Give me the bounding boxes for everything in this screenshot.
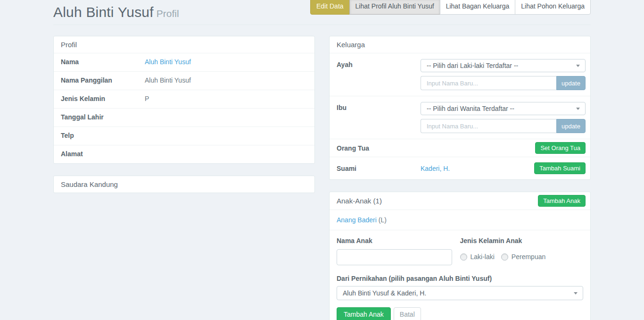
keluarga-panel-title: Keluarga (330, 36, 590, 53)
anak-anak-header: Anak-Anak (1) Tambah Anak (330, 192, 590, 210)
child-link[interactable]: Anang Baderi (337, 216, 377, 224)
radio-label: Perempuan (512, 253, 545, 261)
lihat-bagan-keluarga-button[interactable]: Lihat Bagan Keluarga (440, 0, 516, 15)
caret-down-icon (576, 65, 580, 67)
left-column: Profil Nama Aluh Binti Yusuf Nama Panggi… (53, 36, 315, 320)
suami-link[interactable]: Kaderi, H. (421, 165, 450, 172)
caret-down-icon (574, 292, 578, 295)
ibu-row: Ibu -- Pilih dari Wanita Terdaftar -- up… (330, 96, 590, 139)
set-orang-tua-button[interactable]: Set Orang Tua (535, 142, 586, 154)
nama-anak-label: Nama Anak (337, 237, 460, 244)
ibu-input-group: update (421, 119, 586, 133)
lihat-profil-button[interactable]: Lihat Profil Aluh Binti Yusuf (349, 0, 440, 15)
row-label: Jenis Kelamin (61, 95, 145, 102)
edit-data-button[interactable]: Edit Data (310, 0, 350, 15)
profil-panel: Profil Nama Aluh Binti Yusuf Nama Panggi… (53, 36, 315, 164)
ayah-new-name-input[interactable] (421, 76, 556, 90)
saudara-kandung-panel: Saudara Kandung (53, 176, 315, 193)
radio-option-perempuan[interactable]: Perempuan (501, 253, 545, 261)
radio-button-icon[interactable] (501, 253, 508, 261)
profil-row-nama: Nama Aluh Binti Yusuf (54, 53, 314, 71)
page-header: Aluh Binti YusufProfil Edit Data Lihat P… (53, 0, 591, 25)
profil-row-alamat: Alamat (54, 145, 314, 163)
row-label: Alamat (61, 150, 145, 158)
profil-row-jenis-kelamin: Jenis Kelamin P (54, 90, 314, 108)
ibu-label: Ibu (337, 102, 421, 111)
tambah-anak-header-button[interactable]: Tambah Anak (538, 195, 586, 207)
row-label: Nama (61, 58, 145, 66)
orang-tua-label: Orang Tua (337, 144, 421, 152)
row-label: Tanggal Lahir (61, 113, 145, 121)
profil-row-telp: Telp (54, 126, 314, 145)
tambah-suami-button[interactable]: Tambah Suami (534, 162, 586, 174)
ayah-label: Ayah (337, 59, 421, 68)
tambah-anak-submit-button[interactable]: Tambah Anak (337, 307, 391, 320)
suami-row: Suami Kaderi, H. Tambah Suami (330, 157, 590, 179)
profil-table: Nama Aluh Binti Yusuf Nama Panggilan Alu… (54, 53, 314, 163)
radio-button-icon[interactable] (460, 253, 467, 261)
nama-link[interactable]: Aluh Binti Yusuf (145, 58, 191, 66)
view-button-group: Edit Data Lihat Profil Aluh Binti Yusuf … (310, 0, 591, 15)
row-label: Nama Panggilan (61, 76, 145, 84)
jenis-kelamin-anak-label: Jenis Kelamin Anak (460, 237, 584, 244)
ayah-select-value: -- Pilih dari Laki-laki Terdaftar -- (427, 62, 518, 69)
ayah-update-button[interactable]: update (556, 76, 586, 90)
child-list-item: Anang Baderi (L) (330, 210, 590, 230)
profil-panel-title: Profil (54, 36, 314, 53)
pernikahan-select[interactable]: Aluh Binti Yusuf & Kaderi, H. (337, 286, 583, 300)
radio-option-laki-laki[interactable]: Laki-laki (460, 253, 495, 261)
saudara-kandung-title: Saudara Kandung (54, 176, 314, 193)
ibu-update-button[interactable]: update (556, 119, 586, 133)
add-child-form: Nama Anak Jenis Kelamin Anak Laki-laki (330, 230, 590, 320)
orang-tua-row: Orang Tua Set Orang Tua (330, 139, 590, 157)
page-subtitle: Profil (157, 8, 179, 19)
ayah-select[interactable]: -- Pilih dari Laki-laki Terdaftar -- (421, 59, 586, 72)
row-value: P (145, 95, 149, 102)
nama-anak-input[interactable] (337, 249, 452, 265)
anak-anak-panel: Anak-Anak (1) Tambah Anak Anang Baderi (… (329, 192, 591, 320)
lihat-pohon-keluarga-button[interactable]: Lihat Pohon Keluarga (515, 0, 591, 15)
profil-row-tanggal-lahir: Tanggal Lahir (54, 108, 314, 126)
ibu-select-value: -- Pilih dari Wanita Terdaftar -- (427, 105, 514, 112)
ayah-row: Ayah -- Pilih dari Laki-laki Terdaftar -… (330, 53, 590, 96)
dari-pernikahan-label: Dari Pernikahan (pilih pasangan Aluh Bin… (337, 275, 583, 282)
profil-row-nama-panggilan: Nama Panggilan Aluh Binti Yusuf (54, 71, 314, 90)
anak-anak-title: Anak-Anak (1) (337, 197, 382, 205)
row-value: Aluh Binti Yusuf (145, 76, 191, 84)
pernikahan-select-value: Aluh Binti Yusuf & Kaderi, H. (343, 289, 426, 297)
right-column: Keluarga Ayah -- Pilih dari Laki-laki Te… (329, 36, 591, 320)
ibu-select[interactable]: -- Pilih dari Wanita Terdaftar -- (421, 102, 586, 115)
caret-down-icon (576, 108, 580, 110)
page-container: Aluh Binti YusufProfil Edit Data Lihat P… (53, 0, 591, 320)
keluarga-panel: Keluarga Ayah -- Pilih dari Laki-laki Te… (329, 36, 591, 180)
child-gender-suffix: (L) (377, 216, 387, 224)
batal-button[interactable]: Batal (394, 307, 421, 320)
suami-label: Suami (337, 165, 421, 172)
row-label: Telp (61, 132, 145, 139)
radio-label: Laki-laki (471, 253, 495, 261)
ayah-input-group: update (421, 76, 586, 90)
page-title: Aluh Binti Yusuf (53, 4, 154, 20)
ibu-new-name-input[interactable] (421, 119, 556, 133)
